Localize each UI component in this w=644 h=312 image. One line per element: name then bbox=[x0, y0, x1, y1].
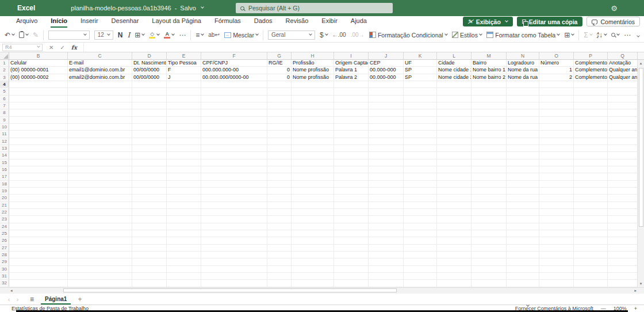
cell-C5[interactable] bbox=[68, 88, 132, 95]
cell-Q13[interactable] bbox=[608, 145, 638, 152]
cell-F16[interactable] bbox=[201, 166, 267, 173]
cell-L29[interactable] bbox=[437, 258, 471, 265]
cell-N25[interactable] bbox=[507, 230, 539, 237]
prev-sheet-button[interactable]: ‹ bbox=[5, 296, 13, 303]
cell-C9[interactable] bbox=[68, 117, 132, 124]
cell-L14[interactable] bbox=[437, 152, 471, 159]
cell-D2[interactable]: 00/00/0000 bbox=[132, 67, 167, 74]
cell-K12[interactable] bbox=[404, 138, 437, 145]
cell-B9[interactable] bbox=[9, 117, 68, 124]
cell-D15[interactable] bbox=[132, 159, 167, 166]
cell-D31[interactable] bbox=[132, 273, 167, 280]
menu-tab-dados[interactable]: Dados bbox=[254, 16, 273, 28]
cell-H29[interactable] bbox=[292, 258, 334, 265]
cell-H4[interactable] bbox=[292, 81, 334, 88]
cell-P6[interactable] bbox=[574, 96, 608, 102]
cell-M31[interactable] bbox=[471, 273, 507, 280]
cell-G31[interactable] bbox=[267, 273, 292, 280]
sort-filter-button[interactable]: AZ↓ bbox=[597, 32, 607, 39]
row-header-13[interactable]: 13 bbox=[0, 145, 9, 152]
cell-P2[interactable]: Complemento do bbox=[574, 67, 608, 74]
cell-G22[interactable] bbox=[267, 209, 292, 216]
cell-E20[interactable] bbox=[167, 195, 201, 201]
cell-P29[interactable] bbox=[574, 258, 608, 265]
cell-E3[interactable]: J bbox=[167, 74, 201, 81]
cell-O15[interactable] bbox=[539, 159, 574, 166]
cell-P4[interactable] bbox=[574, 81, 608, 88]
cell-L16[interactable] bbox=[437, 166, 471, 173]
cell-Q12[interactable] bbox=[608, 138, 638, 145]
cell-styles-button[interactable]: Estilos bbox=[452, 32, 482, 39]
cell-B8[interactable] bbox=[9, 109, 68, 116]
cell-M17[interactable] bbox=[471, 173, 507, 180]
cell-M8[interactable] bbox=[471, 109, 507, 116]
cell-N24[interactable] bbox=[507, 223, 539, 230]
cell-J7[interactable] bbox=[369, 102, 404, 109]
cell-D20[interactable] bbox=[132, 195, 167, 201]
cell-E24[interactable] bbox=[167, 223, 201, 230]
cell-N31[interactable] bbox=[507, 273, 539, 280]
row-header-29[interactable]: 29 bbox=[0, 258, 9, 265]
cell-F10[interactable] bbox=[201, 124, 267, 131]
next-sheet-button[interactable]: › bbox=[13, 296, 22, 303]
cell-P19[interactable] bbox=[574, 188, 608, 195]
cell-P32[interactable] bbox=[574, 280, 608, 287]
cell-N28[interactable] bbox=[507, 252, 539, 258]
cell-K26[interactable] bbox=[404, 237, 437, 244]
cell-B14[interactable] bbox=[9, 152, 68, 159]
cell-K15[interactable] bbox=[404, 159, 437, 166]
cell-E18[interactable] bbox=[167, 181, 201, 188]
cell-H3[interactable]: Nome profissão bbox=[292, 74, 334, 81]
cell-L17[interactable] bbox=[437, 173, 471, 180]
cell-I32[interactable] bbox=[334, 280, 369, 287]
cell-I9[interactable] bbox=[334, 117, 369, 124]
cell-N13[interactable] bbox=[507, 145, 539, 152]
cell-J15[interactable] bbox=[369, 159, 404, 166]
cell-F21[interactable] bbox=[201, 202, 267, 209]
cell-B13[interactable] bbox=[9, 145, 68, 152]
cell-D27[interactable] bbox=[132, 245, 167, 252]
cell-G12[interactable] bbox=[267, 138, 292, 145]
fill-color-button[interactable]: ◇ bbox=[149, 32, 159, 39]
borders-button[interactable]: ⊞ bbox=[135, 32, 144, 39]
cell-I27[interactable] bbox=[334, 245, 369, 252]
horizontal-scrollbar[interactable]: ◂ ▸ bbox=[0, 287, 644, 294]
cell-F18[interactable] bbox=[201, 181, 267, 188]
cell-I15[interactable] bbox=[334, 159, 369, 166]
cell-C14[interactable] bbox=[68, 152, 132, 159]
cell-M23[interactable] bbox=[471, 216, 507, 223]
cell-F32[interactable] bbox=[201, 280, 267, 287]
cell-G18[interactable] bbox=[267, 181, 292, 188]
cell-L15[interactable] bbox=[437, 159, 471, 166]
column-header-L[interactable]: L bbox=[437, 52, 471, 59]
cell-Q14[interactable] bbox=[608, 152, 638, 159]
cell-H6[interactable] bbox=[292, 96, 334, 102]
cell-H20[interactable] bbox=[292, 195, 334, 201]
column-header-P[interactable]: P bbox=[574, 52, 608, 59]
cell-N9[interactable] bbox=[507, 117, 539, 124]
cell-Q6[interactable] bbox=[608, 96, 638, 102]
cell-D19[interactable] bbox=[132, 188, 167, 195]
cell-I26[interactable] bbox=[334, 237, 369, 244]
cell-J30[interactable] bbox=[369, 266, 404, 273]
cell-H5[interactable] bbox=[292, 88, 334, 95]
cell-J4[interactable] bbox=[369, 81, 404, 88]
cell-J29[interactable] bbox=[369, 258, 404, 265]
cell-P30[interactable] bbox=[574, 266, 608, 273]
cell-G27[interactable] bbox=[267, 245, 292, 252]
cell-J10[interactable] bbox=[369, 124, 404, 131]
cell-O32[interactable] bbox=[539, 280, 574, 287]
cell-I13[interactable] bbox=[334, 145, 369, 152]
cell-C3[interactable]: email2@dominio.com.br bbox=[68, 74, 132, 81]
cell-F1[interactable]: CPF/CNPJ bbox=[201, 60, 267, 67]
cell-O19[interactable] bbox=[539, 188, 574, 195]
cell-H16[interactable] bbox=[292, 166, 334, 173]
cell-J32[interactable] bbox=[369, 280, 404, 287]
cell-Q19[interactable] bbox=[608, 188, 638, 195]
cell-E17[interactable] bbox=[167, 173, 201, 180]
cell-B21[interactable] bbox=[9, 202, 68, 209]
cell-Q21[interactable] bbox=[608, 202, 638, 209]
comments-button[interactable]: Comentários bbox=[586, 17, 640, 26]
cell-G8[interactable] bbox=[267, 109, 292, 116]
confirm-icon[interactable]: ✓ bbox=[60, 44, 64, 51]
